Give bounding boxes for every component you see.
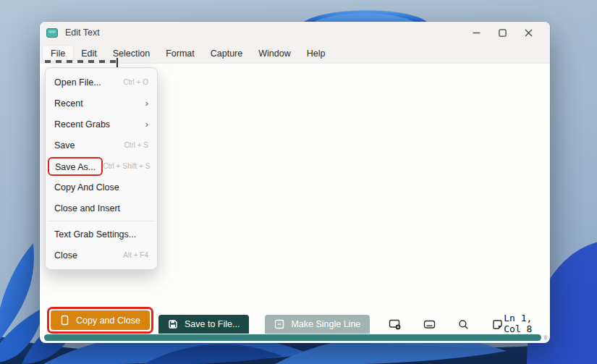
shortcut-label: Alt + F4: [123, 251, 148, 259]
status-icon-group: [389, 315, 504, 334]
close-icon: [525, 29, 533, 37]
bottom-toolbar: Copy and Close Save to File... Make Sing…: [47, 313, 543, 334]
menu-item-close[interactable]: Close Alt + F4: [46, 245, 157, 266]
save-to-file-button[interactable]: Save to File...: [158, 315, 249, 334]
clipped-text-top: [45, 60, 117, 63]
menu-separator: [48, 221, 154, 221]
chevron-right-icon: ›: [145, 119, 148, 130]
menu-selection[interactable]: Selection: [105, 46, 158, 62]
on-screen-keyboard-icon[interactable]: [423, 318, 436, 331]
menu-item-recent[interactable]: Recent ›: [46, 93, 157, 114]
single-line-icon: [274, 319, 284, 329]
desktop: Edit Text File Edit Selection F: [0, 0, 597, 364]
shortcut-label: Ctrl + Shift + S: [103, 162, 150, 170]
close-button[interactable]: [515, 23, 541, 42]
menu-item-recent-grabs[interactable]: Recent Grabs ›: [46, 114, 157, 135]
menu-item-text-grab-settings[interactable]: Text Grab Settings...: [46, 224, 157, 245]
make-single-line-button[interactable]: Make Single Line: [265, 315, 370, 334]
minimize-icon: [473, 29, 480, 37]
menu-window[interactable]: Window: [250, 46, 298, 62]
copy-and-close-button[interactable]: Copy and Close: [51, 310, 150, 330]
window-title: Edit Text: [65, 27, 100, 38]
menu-file[interactable]: File: [43, 46, 73, 62]
file-menu-dropdown: Open File... Ctrl + O Recent › Recent Gr…: [45, 67, 158, 270]
titlebar[interactable]: Edit Text: [40, 22, 550, 43]
chevron-right-icon: ›: [145, 98, 148, 109]
minimize-button[interactable]: [463, 23, 489, 42]
shortcut-label: Ctrl + S: [124, 141, 148, 149]
menu-help[interactable]: Help: [299, 46, 334, 62]
edit-text-window: Edit Text File Edit Selection F: [40, 22, 550, 343]
menu-item-copy-and-close[interactable]: Copy And Close: [46, 177, 157, 198]
copy-icon: [60, 315, 69, 326]
maximize-icon: [499, 29, 507, 37]
menu-item-open-file[interactable]: Open File... Ctrl + O: [46, 72, 157, 93]
shortcut-label: Ctrl + O: [123, 78, 148, 86]
window-controls: [463, 22, 550, 43]
menu-item-close-and-insert[interactable]: Close and Insert: [46, 198, 157, 219]
scrollbar-end-tick: [544, 335, 547, 340]
maximize-button[interactable]: [489, 23, 515, 42]
menu-edit[interactable]: Edit: [73, 46, 105, 62]
menu-item-save-as[interactable]: Save As... Ctrl + Shift + S: [46, 156, 157, 177]
cursor-position-status: Ln 1, Col 8: [504, 313, 543, 334]
menu-capture[interactable]: Capture: [203, 46, 250, 62]
menu-item-save[interactable]: Save Ctrl + S: [46, 135, 157, 156]
save-icon: [168, 319, 178, 329]
edit-notes-icon[interactable]: [491, 318, 504, 331]
new-grab-frame-icon[interactable]: [389, 318, 402, 331]
search-icon[interactable]: [457, 318, 470, 331]
menu-format[interactable]: Format: [158, 46, 203, 62]
red-annotation-box: Copy and Close: [47, 307, 153, 334]
red-annotation-box: Save As...: [48, 157, 103, 176]
text-grab-icon: [46, 28, 58, 38]
horizontal-scrollbar[interactable]: [44, 334, 541, 341]
